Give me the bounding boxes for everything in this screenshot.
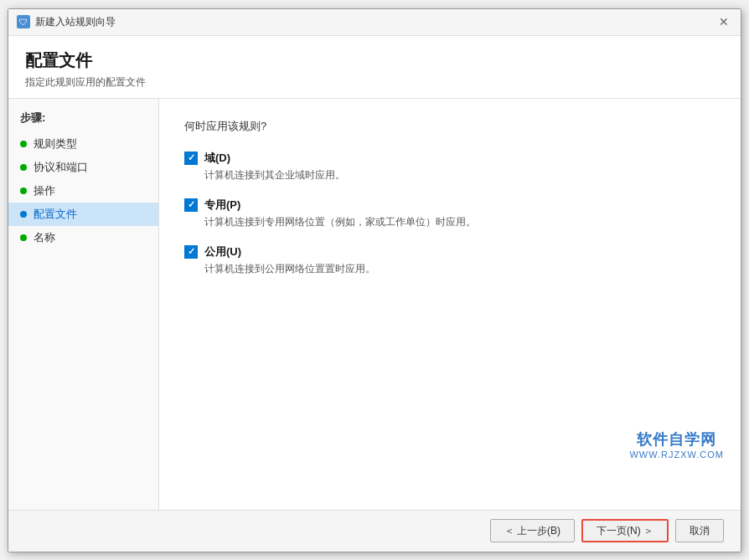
checkbox-group: 域(D) 计算机连接到其企业域时应用。 专用(P) 计算机连接到专用网络位置（例… [184,151,715,276]
sidebar-item-name[interactable]: 名称 [8,226,158,249]
checkbox-row-public: 公用(U) [184,244,715,259]
dot-icon-protocol-port [20,164,27,171]
content-area: 步骤: 规则类型 协议和端口 操作 配置文件 名称 [8,99,741,510]
dot-icon-action [20,188,27,194]
checkbox-private[interactable] [184,198,198,212]
sidebar-item-profile[interactable]: 配置文件 [8,203,158,226]
checkbox-public[interactable] [184,245,198,259]
sidebar-item-rule-type[interactable]: 规则类型 [8,132,158,156]
checkbox-item-public: 公用(U) 计算机连接到公用网络位置置时应用。 [184,244,715,276]
checkbox-domain[interactable] [184,152,198,165]
page-subtitle: 指定此规则应用的配置文件 [25,75,724,90]
window-title: 新建入站规则向导 [35,15,715,29]
window-icon: 🛡 [17,15,30,28]
sidebar-item-protocol-port[interactable]: 协议和端口 [8,156,158,179]
checkbox-desc-private: 计算机连接到专用网络位置（例如，家或工作单位）时应用。 [204,215,715,229]
checkbox-label-public: 公用(U) [204,244,241,259]
checkbox-label-private: 专用(P) [204,198,240,213]
checkbox-desc-public: 计算机连接到公用网络位置置时应用。 [204,262,715,276]
sidebar: 步骤: 规则类型 协议和端口 操作 配置文件 名称 [8,99,159,510]
main-content: 何时应用该规则? 域(D) 计算机连接到其企业域时应用。 专用(P) [159,99,741,510]
checkbox-row-domain: 域(D) [184,151,715,166]
titlebar: 🛡 新建入站规则向导 ✕ [8,9,741,36]
next-button[interactable]: 下一页(N) ＞ [581,519,669,542]
cancel-button[interactable]: 取消 [675,519,724,542]
close-button[interactable]: ✕ [715,13,732,30]
dot-icon-profile [20,211,27,218]
sidebar-item-action[interactable]: 操作 [8,179,158,203]
sidebar-label-action: 操作 [34,183,55,198]
checkbox-item-private: 专用(P) 计算机连接到专用网络位置（例如，家或工作单位）时应用。 [184,198,715,229]
checkbox-desc-domain: 计算机连接到其企业域时应用。 [204,168,715,182]
main-window: 🛡 新建入站规则向导 ✕ 配置文件 指定此规则应用的配置文件 步骤: 规则类型 … [8,8,741,552]
page-title: 配置文件 [25,49,724,72]
checkbox-row-private: 专用(P) [184,198,715,213]
checkbox-item-domain: 域(D) 计算机连接到其企业域时应用。 [184,151,715,182]
back-button[interactable]: ＜ 上一步(B) [490,519,575,542]
sidebar-label-name: 名称 [34,230,55,245]
watermark-url: WWW.RJZXW.COM [629,450,724,460]
dot-icon-rule-type [20,141,27,147]
watermark-title: 软件自学网 [629,429,724,450]
main-question: 何时应用该规则? [184,119,715,134]
sidebar-label-rule-type: 规则类型 [34,136,77,152]
checkbox-label-domain: 域(D) [204,151,230,166]
sidebar-label-protocol-port: 协议和端口 [34,160,88,175]
sidebar-section-label: 步骤: [8,110,158,132]
footer: ＜ 上一步(B) 下一页(N) ＞ 取消 [8,510,741,552]
watermark: 软件自学网 WWW.RJZXW.COM [629,429,724,460]
header: 配置文件 指定此规则应用的配置文件 [8,36,741,99]
dot-icon-name [20,234,27,241]
sidebar-label-profile: 配置文件 [34,207,77,222]
